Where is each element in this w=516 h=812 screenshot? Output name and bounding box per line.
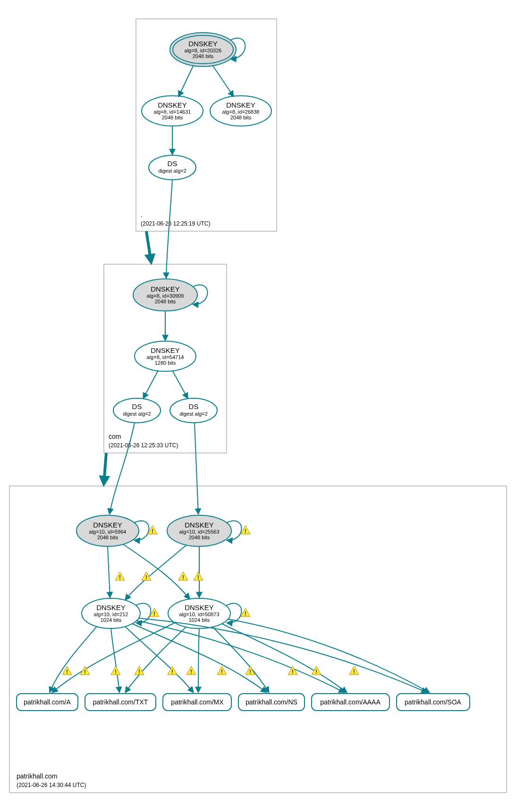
node-root-ds: DS digest alg=2 [149,155,196,180]
warn-icon: ! [217,666,227,675]
svg-text:2048 bits: 2048 bits [97,535,118,540]
svg-text:DNSKEY: DNSKEY [151,346,180,354]
svg-point-24 [113,398,161,423]
edge-zsk1-soa [138,618,427,693]
svg-text:!: ! [153,611,155,617]
dnssec-diagram: . (2021-06-26 12:25:19 UTC) com (2021-06… [5,5,511,807]
svg-text:digest alg=2: digest alg=2 [179,411,208,417]
edge-rootksk-zsk1 [178,65,194,97]
edge-zsk1-mx [125,627,194,693]
warn-icon: ! [312,666,321,675]
edge-phksk1-zsk1 [108,546,110,598]
svg-text:2048 bits: 2048 bits [155,299,176,304]
svg-text:2048 bits: 2048 bits [193,53,214,59]
node-root-zsk2: DNSKEY alg=8, id=26838 2048 bits [210,96,271,126]
node-ph-ksk1: DNSKEY alg=10, id=5964 2048 bits [76,515,149,546]
svg-text:!: ! [197,574,199,581]
node-com-ds2: DS digest alg=2 [170,398,217,423]
edge-comds2-phksk2 [195,423,198,514]
svg-text:DNSKEY: DNSKEY [151,285,180,293]
svg-text:!: ! [245,611,246,617]
warn-icon: ! [241,608,250,617]
rrset-soa: patrikhall.com/SOA [397,694,470,711]
zone-ts-root: (2021-06-26 12:25:19 UTC) [141,220,210,227]
svg-text:DNSKEY: DNSKEY [188,40,218,48]
node-com-zsk: DNSKEY alg=8, id=54714 1280 bits [135,341,196,371]
svg-text:!: ! [115,669,117,675]
edge-phksk2-zsk1 [125,545,186,600]
svg-text:DS: DS [189,402,199,410]
svg-text:alg=8, id=20326: alg=8, id=20326 [185,48,222,53]
warn-icon: ! [111,666,120,675]
svg-text:!: ! [66,669,68,675]
zone-ts-com: (2021-06-26 12:25:33 UTC) [109,442,178,449]
warn-icon: ! [288,666,297,675]
svg-text:!: ! [171,669,173,675]
svg-text:!: ! [119,574,121,581]
svg-text:1024 bits: 1024 bits [101,617,122,623]
svg-text:alg=8, id=54714: alg=8, id=54714 [147,354,184,360]
svg-text:patrikhall.com/TXT: patrikhall.com/TXT [93,698,148,706]
edge-zsk1-a [50,627,97,693]
edge-zsk1-txt [111,628,119,693]
svg-text:alg=8, id=26838: alg=8, id=26838 [222,109,260,115]
warn-icon: ! [194,572,203,581]
warn-icon: ! [115,572,125,581]
svg-text:!: ! [84,669,86,675]
svg-text:DS: DS [132,402,142,410]
node-com-ksk: DNSKEY alg=8, id=30909 2048 bits [133,279,208,311]
edge-zsk2-aaaa [222,624,347,693]
warn-icon: ! [349,666,359,675]
svg-text:DNSKEY: DNSKEY [158,101,187,109]
zone-label-com: com [109,433,121,440]
rrset-mx: patrikhall.com/MX [163,694,231,711]
node-ph-zsk2: DNSKEY alg=10, id=50873 1024 bits [168,598,242,628]
svg-text:patrikhall.com/MX: patrikhall.com/MX [171,698,224,706]
edge-rootds-comksk [166,180,172,278]
svg-text:DS: DS [168,159,178,167]
svg-text:patrikhall.com/AAAA: patrikhall.com/AAAA [320,698,381,706]
svg-text:alg=10, id=25563: alg=10, id=25563 [179,529,219,535]
svg-text:!: ! [190,669,192,675]
edge-zsk2-ns [212,627,269,693]
svg-text:!: ! [315,669,317,675]
node-ph-zsk1: DNSKEY alg=10, id=212 1024 bits [82,598,151,628]
rrset-txt: patrikhall.com/TXT [85,694,156,711]
rrset-aaaa: patrikhall.com/AAAA [312,694,389,711]
svg-text:alg=8, id=30909: alg=8, id=30909 [147,293,184,299]
svg-text:1280 bits: 1280 bits [155,360,176,366]
zone-ts-patrikhall: (2021-06-26 14:30:44 UTC) [17,782,86,788]
svg-text:DNSKEY: DNSKEY [96,603,126,611]
svg-point-27 [170,398,217,423]
warn-icon: ! [168,666,177,675]
svg-text:patrikhall.com/NS: patrikhall.com/NS [245,698,297,706]
edge-comzsk-ds2 [172,370,188,399]
zone-label-root: . [141,211,143,218]
zone-label-patrikhall: patrikhall.com [17,772,57,780]
svg-text:alg=8, id=14631: alg=8, id=14631 [154,109,191,115]
svg-text:digest alg=2: digest alg=2 [158,168,186,174]
svg-text:DNSKEY: DNSKEY [185,521,214,529]
svg-text:!: ! [182,574,184,581]
rrset-ns: patrikhall.com/NS [238,694,305,711]
svg-text:1024 bits: 1024 bits [189,617,210,623]
svg-text:!: ! [249,669,251,675]
edge-zsk2-txt [125,627,186,693]
svg-text:!: ! [138,669,140,675]
svg-text:2048 bits: 2048 bits [230,115,252,120]
node-com-ds1: DS digest alg=2 [113,398,161,423]
svg-text:!: ! [353,669,355,675]
warn-icon: ! [241,526,250,535]
svg-text:2048 bits: 2048 bits [162,115,183,120]
warn-icon: ! [178,572,188,581]
node-ph-ksk2: DNSKEY alg=10, id=25563 2048 bits [167,515,242,546]
edge-comzsk-ds1 [143,370,158,399]
svg-text:!: ! [145,574,147,581]
delegation-root-com [146,231,151,262]
svg-text:patrikhall.com/A: patrikhall.com/A [24,698,71,706]
svg-text:DNSKEY: DNSKEY [226,101,255,109]
warn-icon: ! [186,666,196,675]
svg-text:alg=10, id=212: alg=10, id=212 [94,611,128,617]
svg-text:!: ! [292,669,294,675]
svg-text:digest alg=2: digest alg=2 [123,411,151,417]
